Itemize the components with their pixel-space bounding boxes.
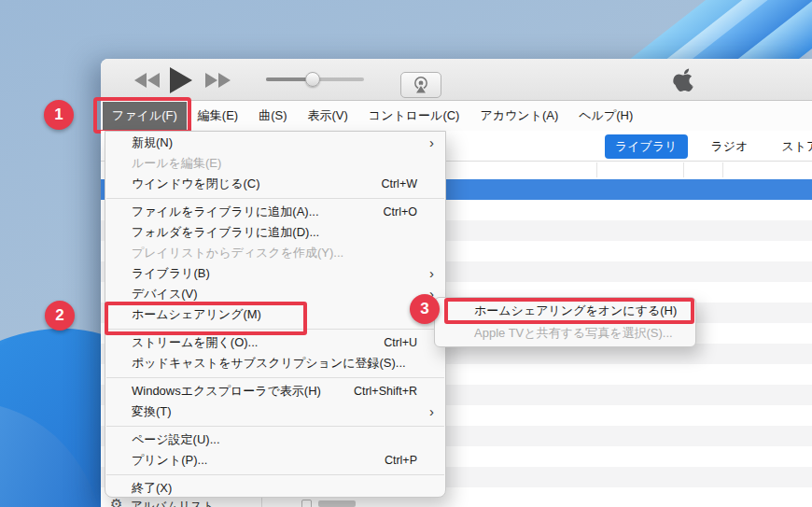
menubar-item-label: アカウント(A)	[480, 108, 558, 122]
menu-item-label: デバイス(V)	[132, 286, 198, 303]
chevron-right-icon: ›	[429, 263, 434, 284]
step-badge-3: 3	[410, 294, 440, 324]
status-divider	[261, 498, 262, 507]
menu-separator	[106, 474, 444, 475]
menubar-item[interactable]: ファイル(F)	[103, 102, 187, 130]
menubar-item[interactable]: アカウント(A)	[470, 102, 567, 130]
rewind-icon[interactable]	[134, 59, 160, 101]
menu-item-label: Windowsエクスプローラで表示(H)	[132, 383, 321, 400]
gear-icon[interactable]: ⚙	[110, 498, 122, 507]
menubar-item-label: ヘルプ(H)	[579, 108, 633, 122]
menu-item-label: ポッドキャストをサブスクリプションに登録(S)...	[132, 355, 406, 372]
tab-label: ライブラリ	[615, 139, 678, 153]
menu-item-label: ウインドウを閉じる(C)	[132, 176, 259, 192]
menu-item[interactable]: Windowsエクスプローラで表示(H) Ctrl+Shift+R ›	[105, 381, 445, 401]
menu-item-label: 新規(N)	[132, 134, 173, 151]
album-list-label[interactable]: アルバムリスト	[131, 499, 215, 507]
menu-item[interactable]: ウインドウを閉じる(C) Ctrl+W ›	[105, 174, 445, 194]
desktop: ファイル(F) 編集(E) 曲(S) 表示(V) コントロール(C)	[0, 0, 812, 507]
menu-item-label: 終了(X)	[132, 480, 172, 497]
itunes-window: ファイル(F) 編集(E) 曲(S) 表示(V) コントロール(C)	[101, 59, 812, 507]
menu-item-shortcut: Ctrl+O	[384, 205, 445, 218]
menu-item[interactable]: ポッドキャストをサブスクリプションに登録(S)... ›	[105, 353, 445, 373]
play-icon[interactable]	[170, 59, 192, 101]
tab[interactable]: ライブラリ	[605, 134, 688, 159]
menubar-item-label: コントロール(C)	[369, 108, 460, 122]
menu-separator	[106, 329, 444, 330]
menu-item[interactable]: ホームシェアリング(M) ›	[105, 304, 445, 325]
menubar-item[interactable]: 編集(E)	[189, 102, 247, 130]
menu-item[interactable]: 新規(N) ›	[105, 133, 445, 153]
column-divider	[596, 162, 597, 177]
menu-bar: ファイル(F) 編集(E) 曲(S) 表示(V) コントロール(C)	[101, 101, 812, 131]
chevron-right-icon: ›	[429, 401, 434, 422]
menu-item[interactable]: 変換(T) ›	[105, 401, 445, 422]
status-bar: ⚙ アルバムリスト	[101, 498, 446, 507]
menu-item: ルールを編集(E) ›	[105, 153, 445, 174]
menu-item[interactable]: フォルダをライブラリに追加(D)... ›	[105, 222, 445, 243]
column-divider	[722, 162, 723, 177]
submenu-item-label: Apple TVと共有する写真を選択(S)...	[474, 326, 673, 340]
menu-separator	[106, 377, 444, 378]
menubar-item[interactable]: 表示(V)	[299, 102, 357, 130]
menu-item[interactable]: ライブラリ(B) ›	[105, 263, 445, 284]
menu-item: プレイリストからディスクを作成(Y)... ›	[105, 243, 445, 263]
menubar-item-label: ファイル(F)	[112, 108, 177, 122]
menu-item-label: プリント(P)...	[132, 452, 207, 469]
step-badge-2: 2	[45, 301, 75, 331]
menubar-item-label: 曲(S)	[259, 108, 287, 122]
chevron-right-icon: ›	[429, 133, 434, 153]
track-checkbox[interactable]	[301, 500, 312, 507]
itunes-toolbar	[101, 59, 812, 101]
menubar-item[interactable]: ヘルプ(H)	[569, 102, 642, 130]
menu-item-label: ライブラリ(B)	[132, 265, 210, 282]
menubar-item-label: 編集(E)	[198, 108, 238, 122]
library-tabs: ライブラリ ラジオ ストア	[605, 132, 812, 161]
menu-item-label: プレイリストからディスクを作成(Y)...	[132, 245, 343, 261]
menu-item[interactable]: デバイス(V) ›	[105, 284, 445, 304]
menubar-item[interactable]: コントロール(C)	[359, 102, 469, 130]
apple-logo	[672, 68, 696, 96]
volume-thumb[interactable]	[305, 72, 320, 87]
submenu-item[interactable]: ホームシェアリングをオンにする(H)	[435, 300, 695, 322]
tab-label: ストア	[781, 139, 812, 153]
submenu-item: Apple TVと共有する写真を選択(S)...	[435, 322, 695, 345]
fast-forward-icon[interactable]	[205, 59, 231, 101]
track-text-partial	[318, 500, 356, 507]
menu-item-shortcut: Ctrl+Shift+R	[354, 385, 445, 398]
menubar-item[interactable]: 曲(S)	[249, 102, 296, 130]
menu-item[interactable]: ファイルをライブラリに追加(A)... Ctrl+O ›	[105, 202, 445, 222]
menu-item-label: 変換(T)	[132, 403, 172, 420]
menu-item-label: ページ設定(U)...	[132, 431, 220, 448]
tab[interactable]: ラジオ	[701, 134, 759, 159]
tab[interactable]: ストア	[771, 134, 812, 159]
menu-item-shortcut: Ctrl+P	[385, 454, 445, 467]
tab-label: ラジオ	[711, 139, 749, 153]
menu-item-shortcut: Ctrl+W	[381, 177, 445, 190]
column-divider	[683, 162, 684, 177]
menu-item-label: フォルダをライブラリに追加(D)...	[132, 224, 319, 241]
menu-item-label: ストリームを開く(O)...	[132, 334, 258, 351]
menu-separator	[106, 426, 444, 427]
menu-item-label: ホームシェアリング(M)	[132, 306, 261, 323]
menu-item-label: ファイルをライブラリに追加(A)...	[132, 204, 319, 220]
submenu-item-label: ホームシェアリングをオンにする(H)	[474, 303, 677, 317]
step-badge-1: 1	[44, 100, 74, 130]
menu-separator	[106, 198, 444, 199]
menu-item-label: ルールを編集(E)	[132, 155, 221, 172]
menubar-item-label: 表示(V)	[308, 108, 348, 122]
menu-item[interactable]: ストリームを開く(O)... Ctrl+U ›	[105, 332, 445, 353]
menu-item[interactable]: プリント(P)... Ctrl+P ›	[105, 450, 445, 471]
menu-item[interactable]: ページ設定(U)... ›	[105, 430, 445, 450]
airplay-icon	[411, 76, 431, 94]
file-menu: 新規(N) › ルールを編集(E) › ウインドウを閉じる(C) Ctrl+W …	[105, 131, 446, 498]
volume-slider[interactable]	[266, 77, 364, 81]
home-sharing-submenu: ホームシェアリングをオンにする(H) Apple TVと共有する写真を選択(S)…	[434, 297, 696, 347]
menu-item[interactable]: 終了(X) ›	[105, 478, 445, 499]
airplay-button[interactable]	[400, 72, 441, 98]
